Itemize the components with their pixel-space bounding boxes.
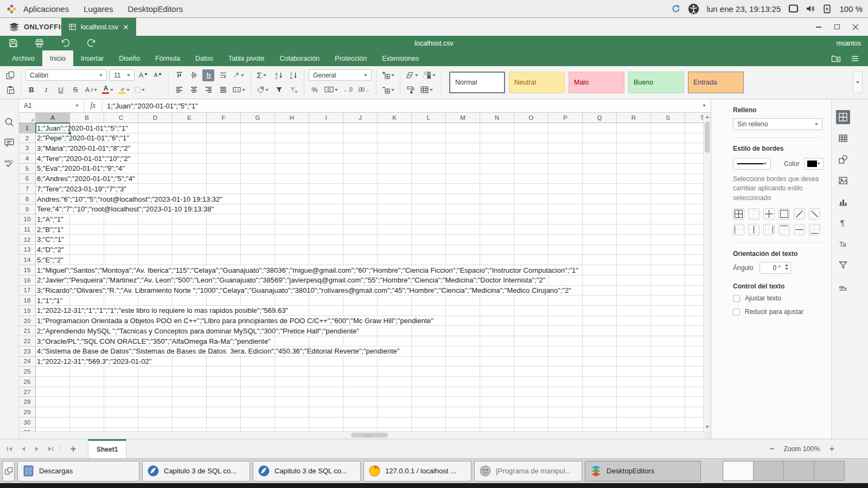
- subscript-button[interactable]: A2: [84, 84, 98, 96]
- grid-row-5[interactable]: 5;"Eva";"2020-01-01";"9";"4": [36, 164, 703, 174]
- clear-filter-button[interactable]: [288, 84, 299, 96]
- row-header-11[interactable]: 11: [19, 224, 36, 235]
- menu-tab-inicio[interactable]: Inicio: [42, 50, 73, 66]
- vertical-scrollbar-thumb[interactable]: [705, 121, 710, 153]
- select-all-corner[interactable]: [19, 113, 36, 123]
- menu-tab-dise-o[interactable]: Diseño: [111, 50, 148, 66]
- number-format-select[interactable]: General: [309, 69, 372, 81]
- currency-style-button[interactable]: [323, 84, 339, 96]
- column-header-e[interactable]: E: [173, 113, 207, 123]
- align-bottom-button[interactable]: [202, 69, 214, 81]
- add-sheet-button[interactable]: [67, 443, 79, 455]
- grid-row-9[interactable]: Tere;"4";"7";"10";"root@localhost";"2023…: [36, 204, 703, 215]
- first-sheet-icon[interactable]: [7, 446, 13, 452]
- column-header-h[interactable]: H: [275, 113, 309, 123]
- battery-icon[interactable]: [822, 4, 832, 14]
- taskbar-button-desktopeditors[interactable]: DesktopEditors: [585, 461, 701, 481]
- grid-row-27[interactable]: [36, 387, 703, 397]
- row-header-13[interactable]: 13: [19, 245, 36, 255]
- row-header-9[interactable]: 9: [19, 204, 36, 215]
- taskbar-button-127-0-0-1-localhost[interactable]: 127.0.0.1 / localhost ...: [363, 461, 471, 481]
- row-header-3[interactable]: 3: [19, 143, 36, 153]
- cell-name-box[interactable]: A1: [19, 99, 84, 112]
- align-left-button[interactable]: [173, 84, 185, 96]
- grid-row-19[interactable]: 1;"2022-12-31";"1";"1";"1";"este libro l…: [36, 306, 703, 316]
- taskbar-button-descargas[interactable]: Descargas: [17, 461, 139, 481]
- column-header-b[interactable]: B: [70, 113, 104, 123]
- column-header-t[interactable]: T: [685, 113, 703, 123]
- all-borders-button[interactable]: [733, 208, 744, 220]
- filter-button[interactable]: [273, 84, 285, 96]
- formula-input[interactable]: 1;"Juan";"2020-01-01";"5";"1": [103, 99, 698, 112]
- workspace-4[interactable]: [814, 461, 845, 481]
- save-button[interactable]: [7, 37, 19, 49]
- named-ranges-button[interactable]: [256, 84, 270, 96]
- highlight-color-button[interactable]: [117, 84, 131, 96]
- horizontal-scrollbar[interactable]: [19, 431, 703, 439]
- workspace-2[interactable]: [753, 461, 784, 481]
- grid-row-23[interactable]: 4;"Sistema de Base de Datos";"Sistemas d…: [36, 346, 703, 357]
- menu-tab-datos[interactable]: Datos: [188, 50, 221, 66]
- maximize-button[interactable]: [828, 20, 846, 34]
- styles-more-button[interactable]: [853, 72, 863, 93]
- vertical-scrollbar[interactable]: [703, 113, 711, 431]
- row-header-27[interactable]: 27: [19, 387, 36, 397]
- row-header-10[interactable]: 10: [19, 214, 36, 224]
- row-header-19[interactable]: 19: [19, 306, 36, 316]
- grid-row-25[interactable]: [36, 367, 703, 377]
- volume-icon[interactable]: [805, 4, 816, 14]
- autosum-button[interactable]: Σ: [256, 69, 267, 81]
- italic-button[interactable]: I: [40, 84, 52, 96]
- comments-icon[interactable]: [4, 137, 15, 148]
- window-list-button[interactable]: [2, 461, 15, 481]
- decrease-font-button[interactable]: A: [152, 69, 164, 81]
- column-header-j[interactable]: J: [343, 113, 378, 123]
- underline-button[interactable]: U: [55, 84, 67, 96]
- grid-row-7[interactable]: 7;"Tere";"2023-01-19";"7";"3": [36, 184, 703, 194]
- workspace-3[interactable]: [783, 461, 814, 481]
- chart-settings-icon[interactable]: [836, 195, 850, 209]
- grid-row-21[interactable]: 2;"Aprendiendo MySQL ";"Tacnicas y Conce…: [36, 326, 703, 336]
- align-center-button[interactable]: [188, 84, 200, 96]
- column-header-r[interactable]: R: [617, 113, 651, 123]
- decrease-decimal-button[interactable]: ←.0: [342, 84, 354, 96]
- grid-row-30[interactable]: [36, 418, 703, 428]
- grid-row-1[interactable]: 1;"Juan";"2020-01-01";"5";"1": [36, 123, 703, 133]
- next-sheet-icon[interactable]: [34, 446, 40, 452]
- grid-row-2[interactable]: 2;"Pepe";"2020-01-01";"6";"1": [36, 133, 703, 144]
- align-right-button[interactable]: [202, 84, 214, 96]
- slicer-settings-icon[interactable]: [836, 258, 850, 272]
- angle-spinner[interactable]: 0 °: [760, 262, 791, 274]
- format-template-button[interactable]: [422, 69, 437, 81]
- diagonal-up-border-button[interactable]: [794, 208, 805, 220]
- row-header-30[interactable]: 30: [19, 418, 36, 428]
- text-orientation-button[interactable]: [232, 69, 245, 81]
- copy-style-button[interactable]: [405, 84, 417, 96]
- undo-button[interactable]: [59, 37, 71, 49]
- menu-tab-insertar[interactable]: Insertar: [73, 50, 111, 66]
- column-header-f[interactable]: F: [207, 113, 241, 123]
- cell-style-bueno[interactable]: Bueno: [628, 72, 684, 93]
- close-tab-icon[interactable]: [123, 24, 129, 30]
- applications-menu-icon[interactable]: [7, 4, 17, 14]
- bottom-border-button[interactable]: [809, 224, 820, 235]
- grid-row-20[interactable]: 1;"Programacion Orientada a Objetos POO …: [36, 316, 703, 326]
- grid-row-26[interactable]: [36, 377, 703, 387]
- row-header-21[interactable]: 21: [19, 326, 36, 336]
- desktop-menu-aplicaciones[interactable]: Aplicaciones: [23, 4, 69, 14]
- row-header-15[interactable]: 15: [19, 265, 36, 275]
- search-icon[interactable]: [4, 117, 15, 127]
- grid-row-11[interactable]: 2;"B";"1": [36, 224, 703, 235]
- grid-row-10[interactable]: 1;"A";"1": [36, 214, 703, 224]
- row-header-28[interactable]: 28: [19, 397, 36, 407]
- image-settings-icon[interactable]: [836, 174, 850, 188]
- diagonal-down-border-button[interactable]: [809, 208, 820, 220]
- column-header-a[interactable]: A: [36, 113, 70, 123]
- row-header-1[interactable]: 1: [19, 123, 36, 133]
- column-header-m[interactable]: M: [446, 113, 480, 123]
- close-window-button[interactable]: [846, 20, 865, 34]
- justify-button[interactable]: [217, 84, 229, 96]
- cell-style-neutral[interactable]: Neutral: [509, 72, 565, 93]
- right-border-button[interactable]: [763, 224, 775, 235]
- merge-cells-button[interactable]: [232, 84, 246, 96]
